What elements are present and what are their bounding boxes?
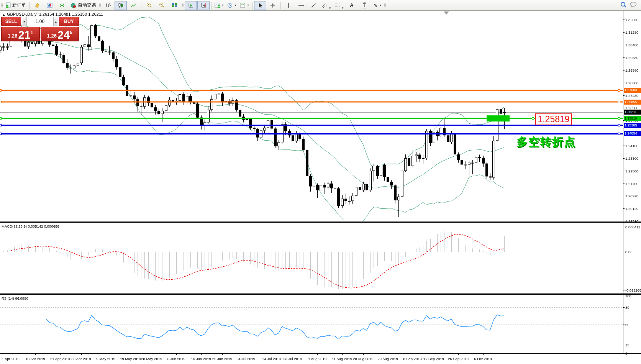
buy-price-big: 24: [57, 30, 70, 40]
terminal-window: 新订单 自动交易: [0, 0, 641, 364]
sell-price-big: 21: [18, 30, 30, 40]
auto-trading-icon: [70, 3, 77, 8]
zoom-in-icon: [146, 2, 152, 8]
auto-trading-label: 自动交易: [78, 2, 96, 8]
text-label-button[interactable]: T: [358, 1, 371, 10]
channel-letter: E: [329, 7, 331, 10]
cursor-button[interactable]: [254, 1, 266, 10]
sell-price-tile[interactable]: 1.26 21 1: [1, 27, 40, 41]
horizontal-line-button[interactable]: [295, 1, 307, 10]
candlestick-chart-button[interactable]: [115, 1, 127, 10]
toolbar-grip[interactable]: [1, 2, 3, 9]
buy-price-prefix: 1.26: [47, 32, 57, 40]
fibonacci-icon: [334, 3, 341, 8]
clock-icon: [227, 3, 233, 8]
candlestick-icon: [118, 3, 123, 8]
channel-icon: [322, 3, 328, 8]
tile-windows-icon: [172, 3, 177, 8]
chart-annotation-text[interactable]: 多空转折点: [516, 134, 576, 150]
auto-scroll-button[interactable]: [185, 1, 197, 10]
chat-icon[interactable]: [630, 2, 637, 9]
line-chart-button[interactable]: [127, 1, 139, 10]
new-order-icon: [5, 2, 11, 8]
buy-price-pip: 5: [70, 30, 72, 35]
signals-button[interactable]: [56, 1, 69, 10]
fibonacci-letter: F: [342, 7, 343, 10]
arrows-icon: [373, 3, 378, 8]
trendline-icon: [311, 3, 316, 8]
bar-chart-button[interactable]: [102, 1, 114, 10]
indicators-icon: [215, 3, 220, 8]
zoom-in-button[interactable]: [143, 1, 155, 10]
line-chart-icon: [131, 3, 136, 8]
new-order-button[interactable]: 新订单: [4, 1, 28, 10]
dropdown-arrow-icon: ▾: [234, 3, 236, 7]
horizontal-line-icon: [298, 3, 304, 7]
auto-scroll-icon: [188, 3, 194, 8]
dropdown-arrow-icon: ▾: [222, 3, 223, 7]
chart-window-icon: [47, 3, 53, 8]
sell-price-prefix: 1.26: [8, 32, 17, 40]
signal-icon: [59, 3, 66, 8]
dropdown-arrow-icon: ▾: [380, 3, 381, 7]
toolbar-grip[interactable]: [99, 2, 101, 9]
search-icon[interactable]: [620, 2, 627, 9]
toolbar-grip[interactable]: [182, 2, 184, 9]
chart-canvas[interactable]: [0, 0, 641, 364]
text-button[interactable]: A: [346, 1, 358, 10]
auto-trading-button[interactable]: 自动交易: [69, 1, 98, 10]
chart-shift-icon: [201, 3, 207, 8]
volume-input[interactable]: [27, 17, 54, 26]
bar-chart-icon: [105, 3, 111, 8]
buy-price-tile[interactable]: 1.26 24 5: [41, 27, 79, 41]
zoom-out-icon: [159, 2, 165, 8]
eraser-button[interactable]: [31, 1, 43, 10]
toolbar-grip[interactable]: [384, 2, 386, 9]
chart-shift-button[interactable]: [197, 1, 210, 10]
eraser-icon: [34, 3, 40, 8]
publish-chart-button[interactable]: [44, 1, 56, 10]
templates-button[interactable]: ▾: [238, 1, 251, 10]
tile-windows-button[interactable]: [168, 1, 180, 10]
cursor-icon: [258, 3, 263, 8]
vertical-line-button[interactable]: [282, 1, 295, 10]
dropdown-arrow-icon: ▾: [247, 3, 249, 7]
toolbar: 新订单 自动交易: [0, 0, 641, 11]
crosshair-icon: [270, 3, 275, 8]
periods-button[interactable]: ▾: [226, 1, 238, 10]
crosshair-button[interactable]: [267, 1, 279, 10]
trendline-button[interactable]: [308, 1, 320, 10]
new-order-label: 新订单: [12, 2, 26, 8]
label-tool-letter: T: [362, 2, 367, 8]
indicators-button[interactable]: ▾: [213, 1, 225, 10]
fibonacci-button[interactable]: F: [333, 1, 345, 10]
text-tool-letter: A: [350, 2, 353, 8]
arrows-button[interactable]: ▾: [371, 1, 383, 10]
one-click-trading-panel: SELL ▼ ▲ BUY 1.26 21 1 1.26 24 5: [1, 17, 79, 41]
template-icon: [240, 3, 246, 8]
sell-price-pip: 1: [31, 30, 33, 35]
zoom-out-button[interactable]: [156, 1, 168, 10]
price-callout-label[interactable]: 1.25819: [535, 113, 572, 125]
equidistant-channel-button[interactable]: E: [320, 1, 333, 10]
buy-button[interactable]: BUY: [59, 17, 79, 26]
volume-stepper: ▼ ▲: [22, 17, 58, 26]
volume-decrease-button[interactable]: ▼: [22, 17, 27, 26]
sell-button[interactable]: SELL: [1, 17, 21, 26]
vertical-line-icon: [287, 3, 290, 8]
volume-increase-button[interactable]: ▲: [53, 17, 58, 26]
